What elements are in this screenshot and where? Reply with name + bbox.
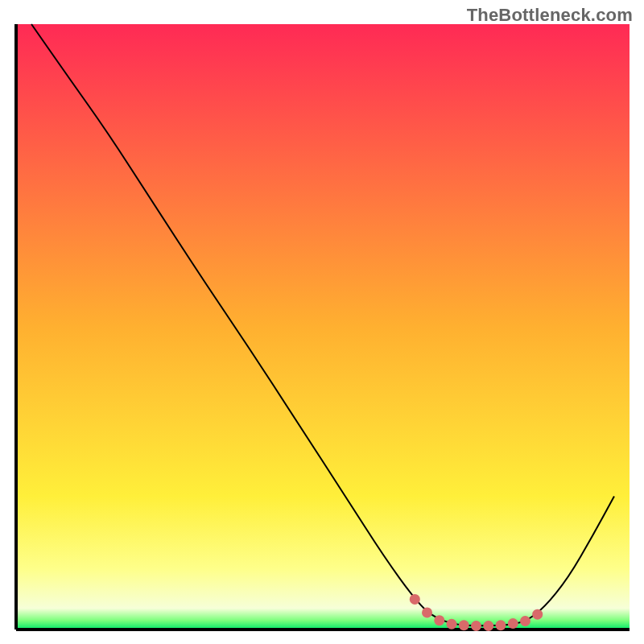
bottleneck-chart [0,0,644,644]
highlight-dot [459,620,469,630]
highlight-dot [520,616,530,626]
highlight-dot [483,621,493,631]
highlight-dot [447,619,457,630]
highlight-dot [532,609,543,620]
highlight-dot [422,607,432,617]
highlight-dot [495,620,506,630]
highlight-dot [410,594,420,605]
plot-background [16,24,630,630]
highlight-dot [471,621,481,631]
highlight-dot [434,615,444,625]
chart-container: TheBottleneck.com [0,0,644,644]
highlight-dot [508,618,518,629]
